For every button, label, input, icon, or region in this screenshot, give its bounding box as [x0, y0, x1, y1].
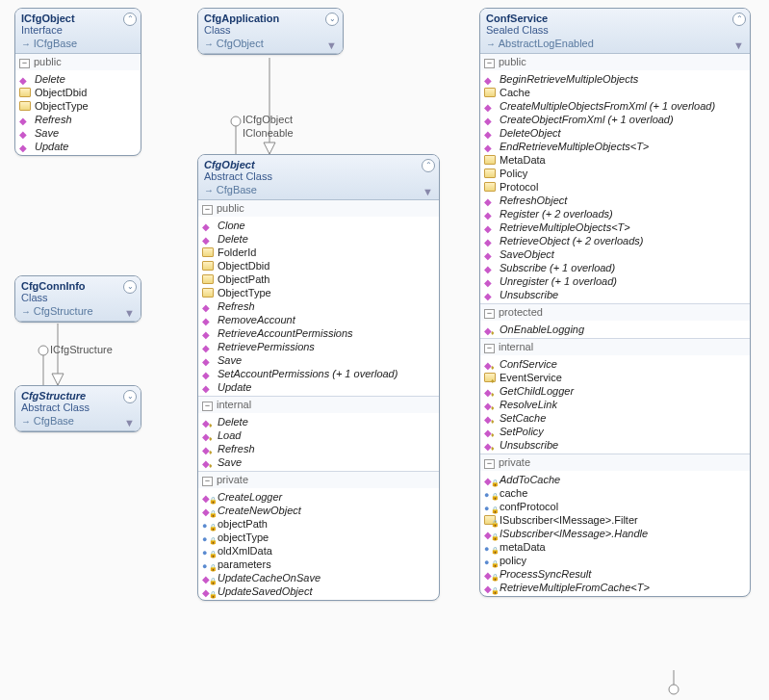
class-cfgconninfo[interactable]: CfgConnInfo Class → CfgStructure ⌄ ▼ — [14, 275, 141, 323]
section-header[interactable]: −internal — [480, 338, 750, 355]
member-row[interactable]: ObjectDbid — [15, 86, 141, 99]
member-row[interactable]: ObjectType — [15, 99, 141, 113]
member-row[interactable]: BeginRetrieveMultipleObjects — [480, 72, 750, 86]
member-row[interactable]: 🔒cache — [480, 486, 750, 500]
member-row[interactable]: Delete — [15, 72, 141, 86]
member-row[interactable]: RetrieveMultipleObjects<T> — [480, 220, 750, 234]
section-header[interactable]: −public — [15, 54, 141, 70]
filter-icon[interactable]: ▼ — [423, 186, 433, 197]
expand-icon[interactable]: ⌃ — [422, 159, 435, 172]
member-row[interactable]: Delete — [198, 232, 439, 246]
collapse-icon[interactable]: − — [484, 344, 495, 353]
member-row[interactable]: Update — [15, 140, 141, 153]
collapse-icon[interactable]: − — [484, 459, 495, 469]
member-row[interactable]: Protocol — [480, 180, 750, 194]
member-row[interactable]: Save — [198, 353, 439, 367]
filter-icon[interactable]: ▼ — [124, 307, 135, 319]
member-row[interactable]: ♦Refresh — [198, 442, 439, 455]
expand-icon[interactable]: ⌄ — [123, 390, 137, 403]
member-row[interactable]: Refresh — [198, 299, 439, 313]
class-cfgstructure[interactable]: CfgStructure Abstract Class → CfgBase ⌄ … — [14, 385, 141, 432]
filter-icon[interactable]: ▼ — [326, 39, 337, 51]
member-row[interactable]: ♦ConfService — [480, 357, 750, 371]
section-header[interactable]: −private — [198, 471, 439, 488]
member-row[interactable]: Policy — [480, 167, 750, 180]
member-row[interactable]: CreateMultipleObjectsFromXml (+ 1 overlo… — [480, 99, 750, 113]
member-row[interactable]: Clone — [198, 219, 439, 232]
collapse-icon[interactable]: − — [202, 205, 213, 215]
member-row[interactable]: 🔒CreateNewObject — [198, 504, 439, 517]
section-header[interactable]: −public — [198, 200, 439, 217]
member-row[interactable]: 🔒confProtocol — [480, 500, 750, 513]
member-row[interactable]: MetaData — [480, 153, 750, 167]
member-row[interactable]: Save — [15, 126, 141, 140]
member-row[interactable]: ♦Save — [198, 455, 439, 469]
member-row[interactable]: ♦EventService — [480, 371, 750, 384]
member-row[interactable]: RefreshObject — [480, 194, 750, 207]
collapse-icon[interactable]: − — [484, 59, 495, 68]
member-row[interactable]: RemoveAccount — [198, 313, 439, 326]
member-row[interactable]: Update — [198, 380, 439, 394]
class-cfgobject[interactable]: CfgObject Abstract Class → CfgBase ⌃ ▼ −… — [197, 154, 440, 601]
member-row[interactable]: 🔒UpdateCacheOnSave — [198, 571, 439, 584]
filter-icon[interactable]: ▼ — [733, 39, 744, 51]
member-row[interactable]: 🔒objectPath — [198, 517, 439, 531]
member-row[interactable]: CreateObjectFromXml (+ 1 overload) — [480, 113, 750, 126]
member-row[interactable]: ♦ResolveLink — [480, 398, 750, 411]
member-row[interactable]: RetrieveAccountPermissions — [198, 326, 439, 340]
member-name: RetrieveMultipleFromCache<T> — [500, 582, 650, 593]
member-row[interactable]: 🔒CreateLogger — [198, 490, 439, 504]
member-row[interactable]: 🔒metaData — [480, 540, 750, 554]
member-row[interactable]: Unregister (+ 1 overload) — [480, 274, 750, 288]
member-name: FolderId — [218, 246, 256, 258]
class-confservice[interactable]: ConfService Sealed Class → AbstractLogEn… — [479, 8, 751, 597]
section-header[interactable]: −private — [480, 454, 750, 471]
member-row[interactable]: 🔒ISubscriber<IMessage>.Handle — [480, 527, 750, 540]
class-icfgobject[interactable]: ICfgObject Interface → ICfgBase ⌃ −publi… — [14, 8, 141, 156]
member-row[interactable]: 🔒policy — [480, 554, 750, 567]
member-row[interactable]: SaveObject — [480, 247, 750, 261]
member-row[interactable]: FolderId — [198, 246, 439, 259]
expand-icon[interactable]: ⌃ — [123, 13, 137, 26]
member-row[interactable]: 🔒ProcessSyncResult — [480, 567, 750, 581]
member-row[interactable]: ♦GetChildLogger — [480, 384, 750, 398]
member-row[interactable]: RetrievePermissions — [198, 340, 439, 353]
section-header[interactable]: −internal — [198, 396, 439, 413]
member-row[interactable]: ObjectDbid — [198, 259, 439, 272]
member-row[interactable]: EndRetrieveMultipleObjects<T> — [480, 140, 750, 153]
member-row[interactable]: 🔒UpdateSavedObject — [198, 584, 439, 598]
member-row[interactable]: ObjectPath — [198, 272, 439, 286]
member-row[interactable]: ♦OnEnableLogging — [480, 323, 750, 336]
member-row[interactable]: Refresh — [15, 113, 141, 126]
collapse-icon[interactable]: − — [19, 59, 30, 68]
section-header[interactable]: −public — [480, 54, 750, 70]
member-row[interactable]: ♦Load — [198, 428, 439, 442]
member-row[interactable]: ♦Unsubscribe — [480, 438, 750, 452]
member-row[interactable]: ♦SetPolicy — [480, 425, 750, 438]
collapse-icon[interactable]: − — [202, 402, 213, 411]
expand-icon[interactable]: ⌃ — [732, 13, 746, 26]
section-header[interactable]: −protected — [480, 303, 750, 321]
member-row[interactable]: 🔒AddToCache — [480, 473, 750, 486]
member-row[interactable]: 🔒objectType — [198, 531, 439, 544]
filter-icon[interactable]: ▼ — [124, 417, 135, 428]
member-row[interactable]: DeleteObject — [480, 126, 750, 140]
member-row[interactable]: SetAccountPermissions (+ 1 overload) — [198, 367, 439, 380]
class-cfgapplication[interactable]: CfgApplication Class → CfgObject ⌄ ▼ — [197, 8, 344, 55]
expand-icon[interactable]: ⌄ — [123, 280, 137, 294]
member-row[interactable]: Cache — [480, 86, 750, 99]
member-row[interactable]: 🔒RetrieveMultipleFromCache<T> — [480, 581, 750, 594]
collapse-icon[interactable]: − — [484, 309, 495, 319]
member-row[interactable]: Subscribe (+ 1 overload) — [480, 261, 750, 274]
member-row[interactable]: Register (+ 2 overloads) — [480, 207, 750, 220]
member-row[interactable]: ♦SetCache — [480, 411, 750, 425]
member-row[interactable]: RetrieveObject (+ 2 overloads) — [480, 234, 750, 247]
member-row[interactable]: ObjectType — [198, 286, 439, 299]
member-row[interactable]: ♦Delete — [198, 415, 439, 428]
collapse-icon[interactable]: − — [202, 477, 213, 486]
member-row[interactable]: 🔒parameters — [198, 557, 439, 571]
member-row[interactable]: Unsubscribe — [480, 288, 750, 301]
member-row[interactable]: 🔒oldXmlData — [198, 544, 439, 557]
member-row[interactable]: 🔒ISubscriber<IMessage>.Filter — [480, 513, 750, 527]
expand-icon[interactable]: ⌄ — [325, 13, 339, 26]
